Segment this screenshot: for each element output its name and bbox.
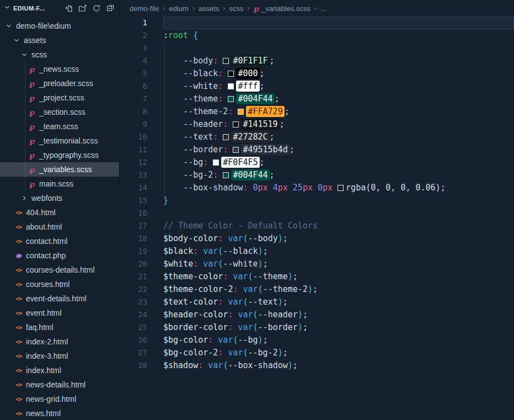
color-swatch[interactable]: [228, 71, 234, 77]
code-line-content[interactable]: --black: #000;: [163, 67, 514, 80]
code-line-content[interactable]: --header: #141519;: [163, 118, 514, 131]
tree-item--team-scss[interactable]: ℘_team.scss: [0, 119, 119, 134]
tree-item-news-details-html[interactable]: <>news-details.html: [0, 378, 119, 392]
line-number[interactable]: 1: [120, 17, 147, 29]
new-folder-icon[interactable]: [78, 4, 87, 13]
code-line-content[interactable]: --text: #27282C;: [163, 131, 514, 143]
line-number[interactable]: 14: [120, 182, 147, 194]
line-number[interactable]: 22: [120, 283, 147, 296]
line-number[interactable]: 18: [120, 232, 147, 245]
breadcrumb-item[interactable]: ℘_variables.scss: [253, 4, 310, 13]
line-number[interactable]: 27: [120, 347, 147, 359]
tree-item--project-scss[interactable]: ℘_project.scss: [0, 91, 119, 105]
breadcrumb-item[interactable]: demo-file: [130, 4, 159, 13]
code-line-content[interactable]: $white: var(--white);: [163, 258, 514, 270]
line-number[interactable]: 9: [120, 118, 147, 131]
code-line-content[interactable]: $shadow: var(--box-shadow);: [163, 359, 514, 372]
color-swatch[interactable]: [228, 83, 234, 89]
tree-item--variables-scss[interactable]: ℘_variables.scss: [0, 162, 119, 177]
tree-item-index-3-html[interactable]: <>index-3.html: [0, 349, 119, 363]
line-number[interactable]: 17: [120, 220, 147, 232]
line-number[interactable]: 6: [120, 80, 147, 93]
tree-item-assets[interactable]: assets: [0, 33, 119, 47]
code-area[interactable]: 12:root {34 --body: #0F1F1F;5 --black: #…: [120, 17, 514, 420]
code-line-content[interactable]: // Theme Color - Defualt Colors: [163, 220, 514, 232]
code-line-content[interactable]: --bg-2: #004F44;: [163, 169, 514, 182]
line-number[interactable]: 13: [120, 169, 147, 182]
code-line-content[interactable]: --box-shadow: 0px 4px 25px 0px rgba(0, 0…: [163, 182, 514, 194]
code-line-content[interactable]: $border-color: var(--border);: [163, 321, 514, 334]
breadcrumb-item[interactable]: assets: [199, 4, 219, 13]
tree-item-404-html[interactable]: <>404.html: [0, 205, 119, 220]
line-number[interactable]: 10: [120, 131, 147, 143]
line-number[interactable]: 19: [120, 245, 147, 258]
chevron-down-icon[interactable]: [3, 3, 11, 13]
code-line-content[interactable]: --border: #49515b4d;: [163, 143, 514, 156]
tree-item-index-2-html[interactable]: <>index-2.html: [0, 334, 119, 349]
code-line-content[interactable]: --white: #fff;: [163, 80, 514, 93]
line-number[interactable]: 2: [120, 29, 147, 42]
tree-item--testimonial-scss[interactable]: ℘_testimonial.scss: [0, 134, 119, 148]
line-number[interactable]: 3: [120, 42, 147, 55]
code-line-content[interactable]: $header-color: var(--header);: [163, 309, 514, 321]
line-number[interactable]: 23: [120, 296, 147, 309]
code-line-content[interactable]: $text-color: var(--text);: [163, 296, 514, 309]
new-file-icon[interactable]: [65, 4, 73, 13]
color-swatch[interactable]: [213, 160, 219, 166]
line-number[interactable]: 8: [120, 105, 147, 118]
tree-item-index-html[interactable]: <>index.html: [0, 363, 119, 378]
code-line-content[interactable]: $black: var(--black);: [163, 245, 514, 258]
line-number[interactable]: 26: [120, 334, 147, 347]
tree-item-courses-html[interactable]: <>courses.html: [0, 277, 119, 291]
code-line-content[interactable]: $theme-color: var(--theme);: [163, 270, 514, 283]
tree-item--news-scss[interactable]: ℘_news.scss: [0, 62, 119, 76]
collapse-folders-icon[interactable]: [106, 4, 115, 13]
code-line-content[interactable]: --theme-2: #FFA729;: [163, 105, 514, 118]
breadcrumb-item[interactable]: edium: [169, 4, 188, 13]
code-line-content[interactable]: $bg-color: var(--bg);: [163, 334, 514, 347]
line-number[interactable]: 24: [120, 309, 147, 321]
line-number[interactable]: 20: [120, 258, 147, 270]
tree-item-about-html[interactable]: <>about.html: [0, 220, 119, 234]
line-number[interactable]: 5: [120, 67, 147, 80]
line-number[interactable]: 28: [120, 359, 147, 372]
color-swatch[interactable]: [238, 109, 244, 115]
tree-item-main-scss[interactable]: ℘main.scss: [0, 177, 119, 191]
tree-item-event-html[interactable]: <>event.html: [0, 306, 119, 320]
tree-item--preloader-scss[interactable]: ℘_preloader.scss: [0, 76, 119, 91]
line-number[interactable]: 15: [120, 194, 147, 207]
code-line-content[interactable]: :root {: [163, 29, 514, 42]
refresh-explorer-icon[interactable]: [92, 4, 101, 13]
line-number[interactable]: 7: [120, 93, 147, 105]
tree-item-faq-html[interactable]: <>faq.html: [0, 320, 119, 334]
code-line-content[interactable]: $theme-color-2: var(--theme-2);: [163, 283, 514, 296]
code-line-content[interactable]: $bg-color-2: var(--bg-2);: [163, 347, 514, 359]
line-number[interactable]: 16: [120, 207, 147, 220]
color-swatch[interactable]: [223, 58, 229, 64]
line-number[interactable]: 11: [120, 143, 147, 156]
color-swatch[interactable]: [233, 121, 239, 127]
tree-item-contact-html[interactable]: <>contact.html: [0, 234, 119, 248]
line-number[interactable]: 4: [120, 55, 147, 67]
color-swatch[interactable]: [233, 147, 239, 153]
code-line-content[interactable]: --bg: #F0F4F5;: [163, 156, 514, 169]
color-swatch[interactable]: [228, 96, 234, 102]
line-number[interactable]: 21: [120, 270, 147, 283]
color-swatch[interactable]: [223, 134, 229, 140]
code-line-content[interactable]: [163, 17, 514, 29]
tree-item-demo-file-edium[interactable]: demo-file\edium: [0, 19, 119, 33]
color-swatch[interactable]: [338, 185, 344, 191]
tree-item--section-scss[interactable]: ℘_section.scss: [0, 105, 119, 119]
code-line-content[interactable]: [163, 207, 514, 220]
breadcrumb-item[interactable]: scss: [229, 4, 243, 13]
tree-item-courses-details-html[interactable]: <>courses-details.html: [0, 263, 119, 277]
color-swatch[interactable]: [223, 172, 229, 178]
tree-item--typography-scss[interactable]: ℘_typography.scss: [0, 148, 119, 162]
tree-item-event-details-html[interactable]: <>event-details.html: [0, 291, 119, 306]
tree-item-news-grid-html[interactable]: <>news-grid.html: [0, 392, 119, 406]
tree-item-scss[interactable]: scss: [0, 47, 119, 62]
code-line-content[interactable]: --theme: #004F44;: [163, 93, 514, 105]
code-line-content[interactable]: [163, 42, 514, 55]
breadcrumb-item[interactable]: ...: [320, 4, 326, 13]
code-line-content[interactable]: --body: #0F1F1F;: [163, 55, 514, 67]
